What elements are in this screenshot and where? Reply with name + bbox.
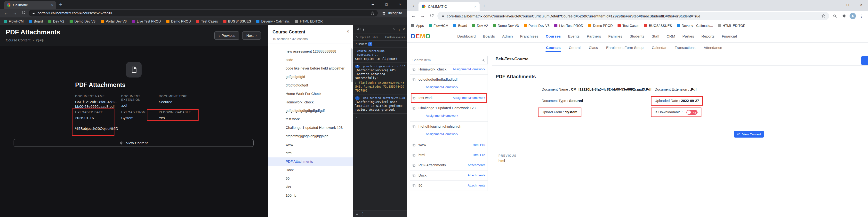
nav-item[interactable]: Courses [546,34,561,38]
console-prompt[interactable]: › [353,114,407,120]
search-icon[interactable] [831,14,838,18]
bookmark-item[interactable]: HTML EDITOR [718,24,746,28]
tab-search-icon[interactable]: ∨ [410,2,416,9]
sidebar-lesson-item[interactable]: gdfgdfgdfgdfgdfgdfgdfgdf Assignment/Home… [410,75,488,93]
bookmark-item[interactable]: Dev V2 [472,24,488,28]
close-button[interactable]: × [855,0,868,10]
minimize-button[interactable]: ─ [366,0,380,9]
drawer-menu-icon[interactable]: ≡ [356,212,358,216]
new-tab-button[interactable]: + [483,3,486,9]
bookmark-item[interactable]: HTML EDITOR [295,20,323,23]
console-source-link[interactable]: course-curriculum-overview.t... [357,49,405,57]
nav-item[interactable]: Events [568,34,580,38]
sidebar-item-category[interactable]: Assignment/Homework [453,67,485,71]
nav-item[interactable]: Franchises [520,34,538,38]
extensions-puzzle-icon[interactable] [840,14,848,18]
forward-icon[interactable]: → [11,11,19,16]
lesson-item[interactable]: test work [268,115,353,123]
sidebar-item-category[interactable]: Assignment/Homework [426,114,485,117]
subnav-tab[interactable]: Transactions [674,43,696,52]
refresh-icon[interactable] [20,10,27,16]
bookmark-item[interactable]: Demo Dev V3 [493,24,519,28]
devtools-close-icon[interactable]: × [403,27,405,32]
bookmark-item[interactable]: Demo Dev V3 [70,20,96,23]
sidebar-lesson-item[interactable]: 50 Attachments [410,181,488,191]
bookmark-item[interactable]: Devenv - Calimatic... [677,24,713,28]
bookmark-item[interactable]: BUGS/ISSUES [644,24,672,28]
bookmark-item[interactable]: Demo PROD [588,24,613,28]
nav-item[interactable]: CRM [666,34,675,38]
demo-logo[interactable]: DEMO [411,32,431,40]
bookmark-item[interactable]: FlowHCM [429,24,448,28]
subnav-tab[interactable]: Central [568,43,581,52]
bookmark-item[interactable]: Portal Dev V3 [524,24,550,28]
next-button[interactable]: Next › [242,32,261,40]
search-input[interactable] [412,58,481,62]
sidebar-item-category[interactable]: Assignment/Homework [426,132,485,136]
lesson-item[interactable]: html [268,149,353,157]
nav-item[interactable]: Admin [502,34,513,38]
console-object-preview[interactable]: ▸ {latitude: 33.660652040745546, longitu… [355,81,405,93]
bookmark-item[interactable]: Live Test PROD [554,24,583,28]
eye-icon[interactable] [367,35,370,39]
maximize-button[interactable]: □ [380,0,393,9]
nav-item[interactable]: Boards [483,34,495,38]
lesson-item[interactable]: dfgdfgdfgdfgdf [268,81,353,89]
back-icon[interactable]: ← [2,11,10,16]
nav-item[interactable]: Dashboard [457,34,476,38]
sidebar-lesson-item[interactable]: Homework_check Assignment/Homework [410,64,488,75]
subnav-tab[interactable]: Enrollment Form Setup [606,43,644,52]
bookmark-item[interactable]: BUGS/ISSUES [223,20,251,23]
lesson-item[interactable]: gdfgdfgdfgfd [268,73,353,81]
bookmark-item[interactable]: Board [29,20,43,23]
bookmark-item[interactable]: Live Test PROD [132,20,161,23]
context-dropdown[interactable]: top ▾ [360,35,366,39]
sidebar-item-category[interactable]: Attachments [468,173,485,177]
bookmark-item[interactable]: FlowHCM [4,20,24,23]
lesson-item[interactable]: code like never before held altogether [268,64,353,73]
console-source-link[interactable]: geo-fencing-service.ts:167 [363,64,405,68]
nav-item[interactable]: Parties [683,34,694,38]
nav-item[interactable]: Students [629,34,644,38]
sidebar-lesson-item[interactable]: PDF Attachments Attachments [410,160,488,171]
nav-item[interactable]: Staff [652,34,659,38]
lesson-item[interactable]: PDF Attachments [268,157,353,166]
browser-tab[interactable]: CALIMATIC × [418,2,479,11]
lesson-item[interactable]: Home Work For Check [268,89,353,98]
sidebar-lesson-item[interactable]: www Html File [410,140,488,150]
forward-icon[interactable]: → [419,13,426,19]
lesson-item[interactable]: gdfgdfgdfgdfgdfgdfgdfgdf [268,107,353,115]
nav-item[interactable]: Reports [702,34,715,38]
back-icon[interactable]: ← [410,13,417,19]
view-content-button[interactable]: View Content [734,131,764,138]
sidebar-item-category[interactable]: Html File [473,153,485,157]
lesson-item[interactable]: Challenge 1 updated Homework 123 [268,123,353,132]
sidebar-item-category[interactable]: Assignment/Homework [426,85,485,89]
lesson-item[interactable]: Docx [268,166,353,174]
sidebar-item-category[interactable]: Attachments [468,184,485,187]
previous-lesson-nav[interactable]: PREVIOUS html [498,154,517,163]
sidebar-lesson-item[interactable]: html Html File [410,150,488,160]
browser-menu-icon[interactable]: ⋮ [858,14,865,19]
scrollbar-thumb[interactable] [351,48,352,82]
apps-shortcut[interactable]: Apps [411,24,424,28]
sidebar-lesson-item[interactable]: hfghgfhfgjgjhghjghjghjghjgh Assignment/H… [410,121,488,140]
sidebar-lesson-item[interactable]: test work Assignment/Homework [410,93,488,103]
sidebar-lesson-item[interactable]: Docx Attachments [410,171,488,181]
nav-item[interactable]: Financial [722,34,737,38]
star-icon[interactable] [822,14,825,18]
downloadable-toggle[interactable]: No [686,110,698,115]
subnav-tab[interactable]: Courses [546,43,561,52]
sidebar-lesson-item[interactable]: Challenge 1 updated Homework 123 Assignm… [410,103,488,121]
lesson-item[interactable]: hfghgfhfgjgjhghjghjghjghjgh [268,132,353,141]
bookmark-item[interactable]: Dev V2 [48,20,64,23]
sidebar-item-category[interactable]: Attachments [468,163,485,167]
issues-label[interactable]: 7 Issues: [355,42,367,46]
subnav-tab[interactable]: Attendance [703,43,722,52]
devtools-menu-icon[interactable]: ⋮ [397,27,401,32]
maximize-button[interactable]: □ [841,0,855,10]
view-content-button[interactable]: View Content [13,139,254,147]
lesson-item[interactable]: xks [268,183,353,191]
log-levels-dropdown[interactable]: Custom levels ▾ [385,35,405,39]
bookmark-item[interactable]: Test Cases [618,24,639,28]
